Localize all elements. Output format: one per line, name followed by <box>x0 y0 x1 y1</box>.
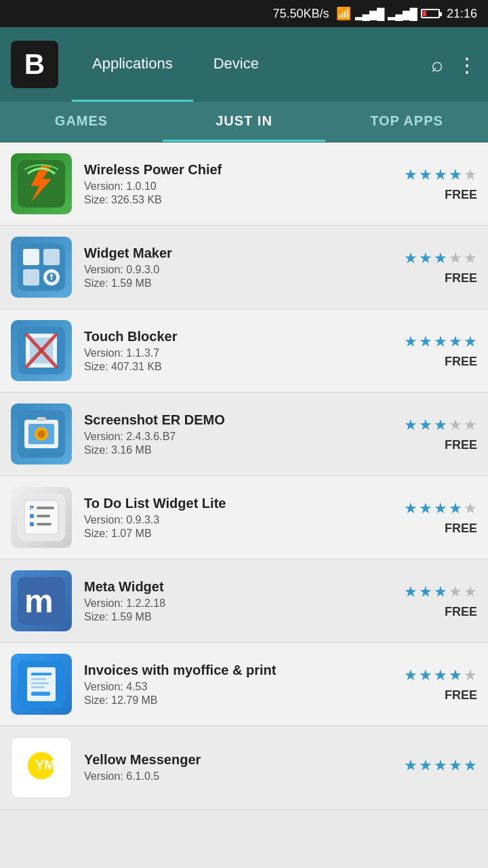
app-icon-wireless-power-chief <box>11 153 72 214</box>
star-3: ★ <box>434 667 447 684</box>
app-size: Size: 1.59 MB <box>84 611 382 623</box>
app-price: FREE <box>445 271 477 285</box>
signal-icon: ▂▄▆█ <box>355 7 384 20</box>
star-2: ★ <box>419 166 432 184</box>
app-version: Version: 1.0.10 <box>84 180 382 193</box>
star-4: ★ <box>449 333 462 351</box>
star-rating: ★ ★ ★ ★ ★ <box>404 500 477 517</box>
star-rating: ★ ★ ★ ★ ★ <box>404 583 477 601</box>
star-1: ★ <box>404 166 418 184</box>
svg-point-8 <box>50 274 53 277</box>
svg-rect-4 <box>43 249 60 265</box>
app-price: FREE <box>445 688 477 703</box>
star-3: ★ <box>434 757 447 774</box>
app-rating: ★ ★ ★ ★ ★ FREE <box>382 333 477 369</box>
app-icon-meta-widget: m <box>11 570 72 631</box>
app-version: Version: 4.53 <box>84 681 382 693</box>
list-item[interactable]: Touch Blocker Version: 1.1.3.7 Size: 407… <box>0 309 488 393</box>
app-info: Screenshot ER DEMO Version: 2.4.3.6.B7 S… <box>84 412 382 456</box>
star-1: ★ <box>404 416 418 434</box>
svg-rect-35 <box>31 682 49 684</box>
app-logo: B <box>11 41 58 88</box>
status-bar: 75.50KB/s 📶 ▂▄▆█ ▂▄▆█ 21:16 <box>0 0 488 27</box>
header: B Applications Device ⌕ ⋮ <box>0 27 488 102</box>
svg-rect-5 <box>23 269 39 285</box>
app-name: Meta Widget <box>84 579 382 595</box>
svg-point-19 <box>37 430 45 438</box>
star-3: ★ <box>434 333 447 351</box>
app-icon-touch-blocker <box>11 320 72 381</box>
svg-rect-24 <box>30 514 34 518</box>
app-size: Size: 407.31 KB <box>84 361 382 373</box>
header-tab-applications[interactable]: Applications <box>72 27 193 102</box>
star-4: ★ <box>449 500 462 517</box>
header-tab-device[interactable]: Device <box>193 27 279 102</box>
signal-icon-2: ▂▄▆█ <box>388 7 417 20</box>
star-2: ★ <box>419 757 432 774</box>
list-item[interactable]: m Meta Widget Version: 1.2.2.18 Size: 1.… <box>0 559 488 643</box>
wifi-icon: 📶 <box>336 6 351 21</box>
battery-icon <box>421 9 440 18</box>
app-rating: ★ ★ ★ ★ ★ FREE <box>382 500 477 536</box>
star-5: ★ <box>464 166 477 184</box>
app-name: Screenshot ER DEMO <box>84 412 382 428</box>
app-rating: ★ ★ ★ ★ ★ FREE <box>382 667 477 703</box>
star-1: ★ <box>404 250 418 267</box>
tab-just-in[interactable]: JUST IN <box>163 102 325 142</box>
header-tabs: Applications Device <box>72 27 431 102</box>
app-version: Version: 0.9.3.3 <box>84 514 382 526</box>
svg-rect-34 <box>31 678 46 680</box>
star-5: ★ <box>464 583 477 601</box>
app-name: Invoices with myoffice & print <box>84 663 382 678</box>
app-info: Wireless Power Chief Version: 1.0.10 Siz… <box>84 162 382 206</box>
list-item[interactable]: Invoices with myoffice & print Version: … <box>0 643 488 726</box>
svg-rect-26 <box>37 507 54 509</box>
list-item[interactable]: To Do List Widget Lite Version: 0.9.3.3 … <box>0 476 488 559</box>
svg-rect-27 <box>37 515 50 517</box>
svg-rect-33 <box>31 673 52 675</box>
star-5: ★ <box>464 757 477 774</box>
star-5: ★ <box>464 416 477 434</box>
star-5: ★ <box>464 250 477 267</box>
star-4: ★ <box>449 583 462 601</box>
star-3: ★ <box>434 583 447 601</box>
star-3: ★ <box>434 250 447 267</box>
app-rating: ★ ★ ★ ★ ★ <box>382 757 477 778</box>
menu-icon[interactable]: ⋮ <box>457 53 477 77</box>
app-list: Wireless Power Chief Version: 1.0.10 Siz… <box>0 142 488 810</box>
list-item[interactable]: Wireless Power Chief Version: 1.0.10 Siz… <box>0 142 488 226</box>
star-2: ★ <box>419 500 432 517</box>
star-rating: ★ ★ ★ ★ ★ <box>404 166 477 184</box>
app-version: Version: 1.2.2.18 <box>84 597 382 610</box>
search-icon[interactable]: ⌕ <box>431 53 443 76</box>
app-icon-invoices <box>11 654 72 715</box>
app-size: Size: 1.59 MB <box>84 277 382 290</box>
app-info: Invoices with myoffice & print Version: … <box>84 663 382 707</box>
clock: 21:16 <box>447 7 477 21</box>
svg-text:YM: YM <box>35 757 56 772</box>
svg-rect-36 <box>31 686 45 688</box>
app-version: Version: 6.1.0.5 <box>84 770 382 783</box>
star-1: ★ <box>404 583 418 601</box>
star-2: ★ <box>419 333 432 351</box>
sub-tabs: GAMES JUST IN TOP APPS <box>0 102 488 142</box>
star-rating: ★ ★ ★ ★ ★ <box>404 250 477 267</box>
app-rating: ★ ★ ★ ★ ★ FREE <box>382 583 477 619</box>
star-3: ★ <box>434 166 447 184</box>
star-4: ★ <box>449 166 462 184</box>
tab-top-apps[interactable]: TOP APPS <box>325 102 488 142</box>
app-price: FREE <box>445 605 477 619</box>
app-price: FREE <box>445 355 477 369</box>
app-name: To Do List Widget Lite <box>84 496 382 511</box>
app-rating: ★ ★ ★ ★ ★ FREE <box>382 416 477 452</box>
app-icon-yellow-messenger: YM <box>11 737 72 798</box>
app-icon-widget-maker <box>11 237 72 298</box>
star-5: ★ <box>464 667 477 684</box>
star-5: ★ <box>464 500 477 517</box>
list-item[interactable]: Screenshot ER DEMO Version: 2.4.3.6.B7 S… <box>0 393 488 476</box>
list-item[interactable]: YM Yellow Messenger Version: 6.1.0.5 ★ ★… <box>0 726 488 810</box>
list-item[interactable]: Widget Maker Version: 0.9.3.0 Size: 1.59… <box>0 226 488 309</box>
star-rating: ★ ★ ★ ★ ★ <box>404 757 477 774</box>
tab-games[interactable]: GAMES <box>0 102 163 142</box>
star-1: ★ <box>404 667 418 684</box>
